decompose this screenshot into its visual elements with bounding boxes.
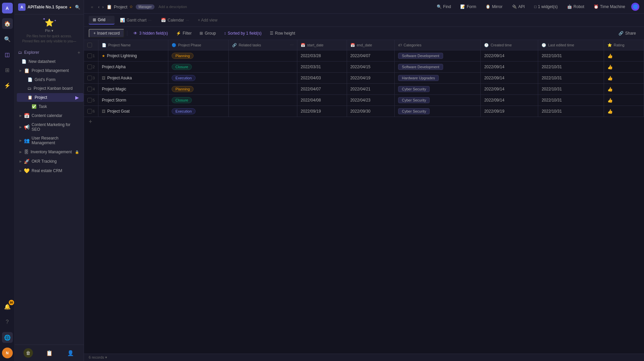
sidebar-group-content-marketing[interactable]: ▶ 📢 Content Marketing for SEO: [15, 121, 84, 133]
row-checkbox[interactable]: [87, 98, 92, 103]
cell-project-name[interactable]: Project Magic: [98, 84, 168, 95]
cell-project-name[interactable]: 🖼 Project Goat: [98, 106, 168, 117]
form-btn[interactable]: 📝 Form: [457, 3, 479, 10]
sidebar-item-kanban[interactable]: 🗂 Project Kanban board: [17, 84, 82, 92]
th-created-time[interactable]: 🕐 Created time: [481, 40, 538, 50]
tab-grid[interactable]: ⊞ Grid ⋯: [89, 16, 115, 25]
cell-phase[interactable]: Execution: [168, 73, 229, 84]
cell-project-name[interactable]: Project Alpha: [98, 62, 168, 73]
search-icon[interactable]: 🔍: [2, 34, 13, 44]
cell-phase[interactable]: Closure: [168, 62, 229, 73]
cell-related-tasks[interactable]: [229, 84, 297, 95]
cell-category[interactable]: Cyber Security: [395, 84, 481, 95]
home-icon[interactable]: 🏠: [2, 18, 13, 29]
find-btn[interactable]: 🔍 Find: [433, 3, 454, 10]
group-btn[interactable]: ⊞ Group: [196, 30, 219, 37]
automation-icon[interactable]: ⚡: [2, 80, 13, 91]
sort-btn[interactable]: ↕ Sorted by 1 field(s): [221, 30, 265, 37]
nav-back-btn[interactable]: ‹: [98, 4, 99, 9]
cell-rating[interactable]: 👍: [604, 106, 644, 117]
new-datasheet-btn[interactable]: 📄 New datasheet: [17, 57, 82, 66]
cell-category[interactable]: Cyber Security: [395, 95, 481, 106]
row-height-btn[interactable]: ☰ Row height: [266, 30, 299, 37]
th-last-edited[interactable]: 🕐 Last edited time: [538, 40, 604, 50]
sidebar-group-content-calendar[interactable]: ▶ 📅 Content calendar: [15, 111, 84, 120]
row-checkbox[interactable]: [87, 76, 92, 80]
sidebar-group-real-estate[interactable]: ▶ 💛 Real estate CRM: [15, 166, 84, 175]
sidebar-group-inventory[interactable]: ▶ 🗄 Inventory Management 🔒: [15, 148, 84, 156]
nav-fwd-btn[interactable]: ›: [102, 4, 103, 9]
th-start-date[interactable]: 📅 start_date: [297, 40, 347, 50]
header-checkbox[interactable]: [87, 43, 92, 47]
add-description-btn[interactable]: Add a description: [159, 5, 187, 9]
row-checkbox[interactable]: [87, 65, 92, 69]
robot-btn[interactable]: 🤖 Robot: [564, 3, 588, 10]
grid-tab-options[interactable]: ⋯: [107, 18, 111, 22]
share-btn[interactable]: 🔗 Share: [615, 30, 639, 37]
apps-icon[interactable]: ⊞: [2, 65, 13, 75]
row-checkbox[interactable]: [87, 109, 92, 114]
cell-project-name[interactable]: 🖼 Project Asuka: [98, 73, 168, 84]
th-project-name[interactable]: 📄 Project Name: [98, 40, 168, 50]
tab-calendar[interactable]: 📅 Calendar ⋯: [157, 16, 193, 24]
th-end-date[interactable]: 📅 end_date: [347, 40, 395, 50]
cell-rating[interactable]: 👍: [604, 62, 644, 73]
sidebar-settings-btn[interactable]: 📋: [45, 348, 54, 358]
filter-btn[interactable]: ⚡ Filter: [173, 30, 195, 37]
globe-icon[interactable]: 🌐: [2, 332, 13, 343]
sidebar-notification-btn[interactable]: 🗑: [24, 348, 33, 358]
sidebar-group-user-research[interactable]: ▶ 👥 User Research Management: [15, 134, 84, 147]
help-icon[interactable]: ?: [2, 317, 13, 327]
sidebar-item-task[interactable]: ✅ Task: [17, 103, 82, 111]
calendar-tab-options[interactable]: ⋯: [186, 18, 189, 22]
th-rating[interactable]: ⭐ Rating: [604, 40, 644, 50]
row-checkbox[interactable]: [87, 53, 92, 58]
sidebar-item-grids-form[interactable]: 📄 Grid's Form: [17, 76, 82, 84]
add-row-btn[interactable]: +: [84, 117, 644, 127]
cell-category[interactable]: Hardware Upgrades: [395, 73, 481, 84]
cell-rating[interactable]: 👍: [604, 95, 644, 106]
gantt-tab-options[interactable]: ⋯: [148, 18, 152, 22]
add-space-btn[interactable]: +: [78, 50, 80, 55]
add-view-btn[interactable]: + Add view: [195, 16, 221, 24]
api-btn[interactable]: 🔌 API: [509, 3, 528, 10]
sidebar-group-project-management[interactable]: ▶ 📋 Project Management: [15, 66, 84, 75]
th-related-tasks[interactable]: 🔗 Related tasks ⋯: [229, 40, 297, 50]
cell-phase[interactable]: Planning: [168, 84, 229, 95]
cell-phase[interactable]: Planning: [168, 50, 229, 62]
sidebar-members-btn[interactable]: 👤: [66, 348, 75, 358]
cell-phase[interactable]: Closure: [168, 95, 229, 106]
cell-category[interactable]: Software Development: [395, 62, 481, 73]
pin-label[interactable]: Pin ▾: [19, 29, 79, 33]
cell-category[interactable]: Software Development: [395, 50, 481, 62]
explorer-icon[interactable]: ◫: [2, 49, 13, 60]
cell-related-tasks[interactable]: [229, 50, 297, 62]
sidebar-collapse-btn[interactable]: «: [89, 3, 95, 10]
th-project-phase[interactable]: 🔵 Project Phase: [168, 40, 229, 50]
user-avatar[interactable]: A: [2, 3, 13, 13]
tab-gantt[interactable]: 📊 Gantt chart ⋯: [116, 16, 156, 24]
cell-project-name[interactable]: ★ Project Lightning: [98, 50, 168, 62]
explorer-header[interactable]: 🗂 Explorer +: [15, 48, 84, 57]
cell-rating[interactable]: 👍: [604, 73, 644, 84]
cell-related-tasks[interactable]: [229, 62, 297, 73]
cell-related-tasks[interactable]: [229, 95, 297, 106]
sidebar-item-project[interactable]: 📋 Project ▶: [17, 93, 84, 102]
bottom-avatar[interactable]: N: [2, 348, 13, 358]
mirror-btn[interactable]: 🪞 Mirror: [482, 3, 506, 10]
col-options-icon[interactable]: ⋯: [290, 43, 294, 47]
cell-rating[interactable]: 👍: [604, 50, 644, 62]
th-categories[interactable]: 🏷 Categories: [395, 40, 481, 50]
cell-related-tasks[interactable]: [229, 73, 297, 84]
row-checkbox[interactable]: [87, 87, 92, 91]
cell-category[interactable]: Cyber Security: [395, 106, 481, 117]
records-count[interactable]: 6 records ▾: [89, 355, 107, 360]
user-globe-icon[interactable]: 🌐: [631, 3, 639, 11]
time-machine-btn[interactable]: ⏰ Time Machine: [590, 3, 629, 10]
insert-record-btn[interactable]: + Insert record: [89, 29, 124, 38]
sidebar-group-okr[interactable]: ▶ 🚀 OKR Tracking: [15, 157, 84, 166]
cell-phase[interactable]: Execution: [168, 106, 229, 117]
cell-related-tasks[interactable]: [229, 106, 297, 117]
hidden-fields-btn[interactable]: 👁 3 hidden field(s): [130, 30, 171, 37]
cell-project-name[interactable]: Project Storm: [98, 95, 168, 106]
